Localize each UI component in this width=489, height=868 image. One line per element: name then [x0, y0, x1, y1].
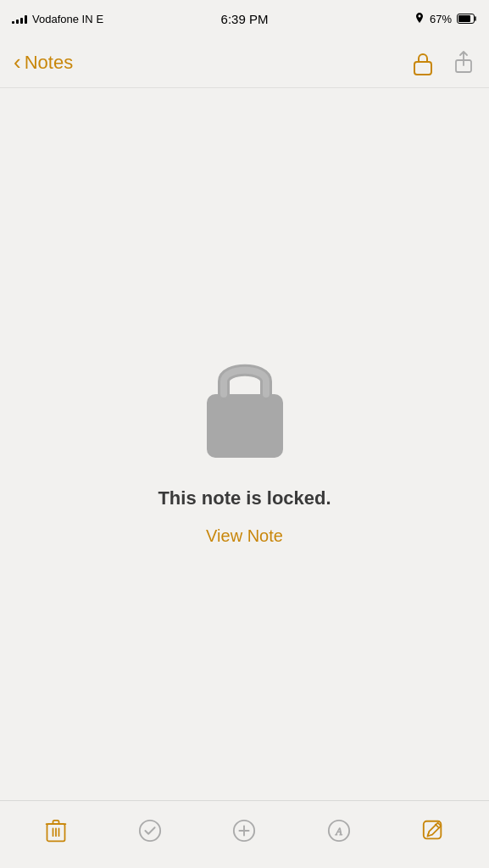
status-bar: Vodafone IN E 6:39 PM 67% [0, 0, 489, 37]
checkmark-button[interactable] [130, 810, 170, 851]
back-button[interactable]: ‹ Notes [14, 52, 73, 74]
lock-nav-button[interactable] [411, 49, 435, 76]
share-nav-button[interactable] [452, 49, 475, 76]
svg-rect-1 [458, 15, 470, 22]
big-lock-icon [194, 343, 296, 462]
locked-message: This note is locked. [158, 487, 331, 509]
nav-bar: ‹ Notes [0, 37, 489, 88]
battery-icon [457, 14, 477, 24]
back-label: Notes [25, 52, 73, 74]
status-left: Vodafone IN E [12, 13, 103, 25]
svg-text:A: A [335, 825, 342, 837]
signal-bars-icon [12, 14, 27, 24]
lock-illustration [194, 343, 296, 462]
text-format-button[interactable]: A [319, 810, 359, 851]
view-note-button[interactable]: View Note [206, 526, 283, 546]
battery-percent: 67% [430, 13, 452, 25]
svg-rect-2 [414, 62, 431, 75]
edit-icon [421, 819, 445, 843]
checkmark-icon [138, 819, 162, 843]
bottom-toolbar: A [0, 800, 489, 868]
nav-actions [411, 49, 475, 76]
location-icon [414, 13, 425, 25]
svg-rect-4 [207, 394, 283, 458]
status-right: 67% [414, 13, 477, 25]
time-label: 6:39 PM [221, 12, 269, 26]
edit-note-button[interactable] [413, 810, 453, 851]
compose-button[interactable] [224, 810, 264, 851]
back-chevron-icon: ‹ [14, 51, 21, 73]
svg-point-6 [140, 820, 160, 840]
trash-icon [44, 819, 68, 843]
network-type-label: E [97, 13, 104, 25]
trash-button[interactable] [36, 810, 76, 851]
carrier-label: Vodafone IN [32, 13, 93, 25]
plus-icon [232, 819, 256, 843]
main-content: This note is locked. View Note [0, 88, 489, 800]
format-icon: A [327, 819, 351, 843]
